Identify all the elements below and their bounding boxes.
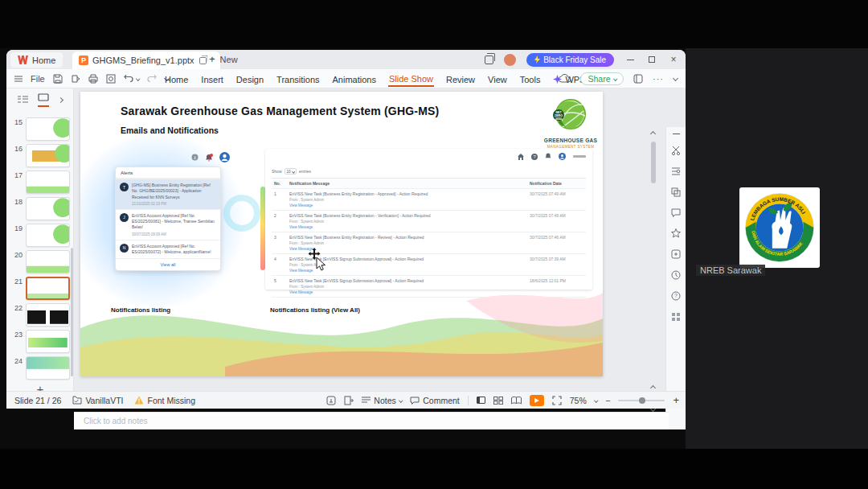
new-tab-button[interactable]: + New <box>209 53 238 65</box>
canvas-scrollbar[interactable] <box>649 130 657 415</box>
document-tab[interactable]: P GHGMS_Briefing_v1.pptx * <box>72 51 220 69</box>
theme-indicator[interactable]: VanillaVTI <box>72 396 123 405</box>
hamburger-icon[interactable] <box>14 76 23 82</box>
slide-thumb-16[interactable]: 16 <box>10 144 72 168</box>
slideshow-play-button[interactable] <box>530 395 544 406</box>
slide-title: Sarawak Greenhouse Gas Management System… <box>121 105 439 117</box>
ghgms-logo: NET ZERO 2050 <box>548 95 590 137</box>
table-header-row: No. Notification Message Notification Da… <box>272 178 586 189</box>
slide-canvas[interactable]: Sarawak Greenhouse Gas Management System… <box>80 92 603 376</box>
slide-sorter-view-icon[interactable] <box>493 397 503 405</box>
collapse-pane-icon[interactable] <box>673 134 680 134</box>
notes-icon <box>362 397 371 404</box>
undo-button[interactable] <box>124 74 140 83</box>
notes-area[interactable]: Click to add notes <box>74 412 669 429</box>
tab-insert[interactable]: Insert <box>200 72 224 86</box>
more-options-icon[interactable]: ··· <box>653 74 664 84</box>
normal-view-icon[interactable] <box>477 397 485 404</box>
panel-scrollbar[interactable] <box>71 248 73 376</box>
apps-grid-icon[interactable] <box>671 312 681 322</box>
task-pane-icon[interactable] <box>633 74 643 84</box>
previous-slide-icon[interactable] <box>650 385 656 391</box>
participant-video-tile[interactable]: LEMBAGA SUMBER ASLI DAN ALAM SEKITAR SAR… <box>739 187 820 268</box>
close-button[interactable]: × <box>668 54 679 65</box>
alert-avatar: J <box>120 213 129 222</box>
file-menu[interactable]: File <box>31 74 45 84</box>
present-from-start-icon[interactable] <box>344 396 354 405</box>
outline-view-icon[interactable] <box>18 96 28 105</box>
format-pane-icon[interactable] <box>671 166 681 176</box>
scrollbar-thumb[interactable] <box>651 142 656 183</box>
fit-slide-icon[interactable] <box>552 396 562 405</box>
tab-animations[interactable]: Animations <box>332 72 377 86</box>
slide-thumb-22[interactable]: 22 <box>10 303 72 327</box>
save-icon[interactable] <box>53 74 63 84</box>
cut-icon[interactable] <box>671 146 681 155</box>
alerts-dropdown-screenshot[interactable]: Alerts T [GHG-MS] Business Entity Regist… <box>115 166 221 271</box>
tab-view[interactable]: View <box>487 72 508 86</box>
tab-tools[interactable]: Tools <box>519 72 542 86</box>
row-message: EnVISS New Task [Business Entity Registr… <box>289 235 525 240</box>
history-icon[interactable] <box>671 270 681 280</box>
slide-view-icon[interactable] <box>38 93 49 107</box>
notifications-table: No. Notification Message Notification Da… <box>272 178 586 298</box>
promo-button[interactable]: Black Friday Sale <box>526 53 614 67</box>
slide-thumb-21-selected[interactable]: 21 <box>10 277 72 301</box>
notes-placeholder: Click to add notes <box>84 417 148 425</box>
redo-icon[interactable] <box>147 74 157 83</box>
bell-icon <box>205 154 213 162</box>
comment-button[interactable]: Comment <box>410 396 460 405</box>
tab-home[interactable]: Home <box>164 72 189 86</box>
layers-icon[interactable] <box>671 187 681 197</box>
table-row: 2 EnVISS New Task [Business Entity Regis… <box>272 211 586 232</box>
slide-number: 24 <box>10 356 23 365</box>
zoom-slider-handle[interactable] <box>639 397 645 404</box>
comment-pane-icon[interactable] <box>671 208 681 217</box>
slide-thumb-24[interactable]: 24 <box>10 356 72 380</box>
cloud-sync-icon[interactable] <box>559 74 571 83</box>
tab-window-icon[interactable] <box>199 57 207 64</box>
slide-thumb-19[interactable]: 19 <box>10 224 72 248</box>
scroll-up-icon[interactable] <box>650 131 656 137</box>
print-preview-icon[interactable] <box>106 74 116 84</box>
animation-pane-icon[interactable] <box>671 249 681 259</box>
tab-transitions[interactable]: Transitions <box>276 72 320 86</box>
slide-thumb-17[interactable]: 17 <box>10 171 72 195</box>
minimize-button[interactable] <box>624 54 636 65</box>
zoom-slider[interactable] <box>618 400 665 401</box>
wps-home-tab[interactable]: Home <box>10 52 63 68</box>
slide-thumb-20[interactable]: 20 <box>10 250 72 274</box>
panel-expand-icon[interactable] <box>58 97 63 103</box>
reading-view-icon[interactable] <box>511 397 522 405</box>
slide-thumb-15[interactable]: 15 <box>10 117 72 142</box>
tab-list-icon[interactable] <box>485 55 493 64</box>
slide-thumb-23[interactable]: 23 <box>10 330 72 354</box>
slide-subtitle: Emails and Notifications <box>121 125 219 135</box>
font-missing-warning[interactable]: Font Missing <box>134 396 195 405</box>
slide-settings-icon[interactable] <box>326 396 336 405</box>
account-avatar[interactable] <box>504 54 516 66</box>
maximize-button[interactable] <box>646 54 657 65</box>
tab-slide-show[interactable]: Slide Show <box>388 71 434 87</box>
print-icon[interactable] <box>88 74 98 84</box>
star-icon[interactable] <box>671 228 681 238</box>
slide-thumb-18[interactable]: 18 <box>10 197 72 221</box>
thumb-image <box>26 356 70 380</box>
svg-text:?: ? <box>533 154 535 159</box>
tab-review[interactable]: Review <box>445 72 476 86</box>
undo-dropdown-icon[interactable] <box>136 76 140 80</box>
help-pane-icon[interactable]: ? <box>671 291 681 301</box>
collapse-ribbon-icon[interactable] <box>673 76 678 81</box>
zoom-level[interactable]: 75% <box>570 396 587 405</box>
alerts-view-all-link: View all <box>116 258 220 270</box>
zoom-in-button[interactable]: + <box>673 394 679 406</box>
document-tab-label: GHGMS_Briefing_v1.pptx <box>92 55 194 65</box>
tab-design[interactable]: Design <box>235 72 264 86</box>
zoom-dropdown-icon[interactable] <box>594 398 598 402</box>
zoom-out-button[interactable]: − <box>605 396 610 405</box>
new-tab-label: New <box>220 55 238 64</box>
output-icon[interactable] <box>71 74 80 84</box>
share-button[interactable]: Share <box>580 72 624 85</box>
notes-toggle[interactable]: Notes <box>362 396 402 405</box>
home-tab-label: Home <box>32 55 55 65</box>
